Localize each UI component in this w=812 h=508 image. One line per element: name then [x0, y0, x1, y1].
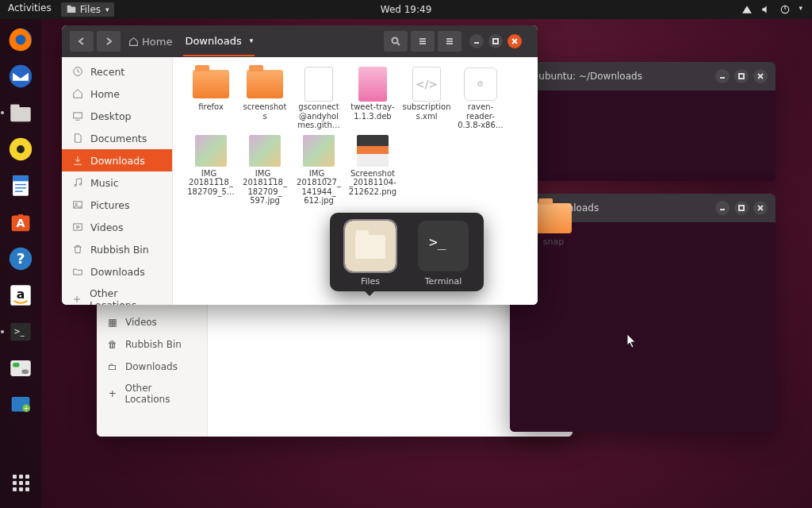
app-menu[interactable]: Files — [61, 2, 114, 17]
terminal-window-2[interactable]: tu: ~/Downloads snap — [510, 194, 776, 432]
selection-arrow-icon — [365, 291, 374, 296]
file-label: snap — [543, 237, 564, 247]
view-list-button[interactable] — [411, 31, 435, 52]
svg-text:>_: >_ — [14, 327, 25, 337]
file-subscriptions[interactable]: </>subscription s.xml — [401, 68, 452, 130]
pathbar[interactable]: Home Downloads▾ — [127, 27, 255, 56]
dock-files[interactable] — [5, 97, 36, 129]
back-button[interactable] — [70, 31, 94, 52]
path-home[interactable]: Home — [127, 28, 174, 56]
file-img-1[interactable]: IMG_ 20181118_ 182709_5… — [186, 135, 236, 206]
sidebar-item-downloads[interactable]: Downloads — [62, 149, 172, 171]
svg-point-54 — [79, 183, 81, 185]
switcher-label: Terminal — [425, 276, 462, 287]
svg-point-53 — [75, 184, 76, 186]
minimize-button[interactable] — [715, 201, 730, 215]
chevron-down-icon: ▾ — [799, 4, 802, 15]
sidebar-item-other-2[interactable]: +Other Locations — [97, 378, 207, 410]
file-gsconnect[interactable]: gsconnect @andyhol mes.gith… — [293, 68, 344, 130]
window-switcher[interactable]: Files Terminal — [330, 213, 484, 291]
sidebar-item-downloads-2[interactable]: 🗀Downloads — [97, 356, 207, 378]
sidebar: Recent Home Desktop Documents Downloads … — [62, 57, 173, 305]
svg-text:?: ? — [17, 250, 25, 267]
switcher-terminal[interactable]: Terminal — [412, 221, 474, 287]
terminal-window-1[interactable]: tu@ubuntu: ~/Downloads — [510, 62, 776, 181]
dock-software[interactable]: A — [5, 206, 36, 238]
maximize-button[interactable] — [734, 69, 749, 83]
svg-rect-12 — [13, 175, 29, 181]
path-current[interactable]: Downloads▾ — [183, 27, 255, 56]
top-bar: Activities Files Wed 19:49 ▾ — [0, 0, 812, 19]
sidebar-item-trash[interactable]: Rubbish Bin — [62, 238, 172, 260]
sidebar-item-videos[interactable]: Videos — [62, 216, 172, 238]
terminal-body-2[interactable]: snap — [510, 222, 776, 432]
close-button[interactable] — [508, 34, 522, 48]
files-icon — [345, 221, 396, 271]
sidebar-item-downloads-bookmark[interactable]: Downloads — [62, 260, 172, 283]
dock-screenshot[interactable]: + — [5, 389, 36, 421]
file-img-3[interactable]: IMG_ 20181027_ 141944_ 612.jpg — [293, 135, 344, 206]
file-tweet-tray[interactable]: tweet-tray- 1.1.3.deb — [347, 68, 398, 130]
file-screenshot-png[interactable]: Screenshot _20181104- 212622.png — [347, 135, 398, 206]
sidebar-item-music[interactable]: Music — [62, 171, 172, 194]
file-firefox[interactable]: firefox — [186, 68, 236, 130]
dock-amazon[interactable]: a — [5, 279, 36, 311]
svg-text:A: A — [17, 217, 25, 229]
terminal-body[interactable] — [510, 90, 776, 181]
close-button[interactable] — [753, 201, 768, 215]
folder-icon — [193, 70, 229, 98]
file-img-2[interactable]: IMG_ 20181118_ 182709_ 597.jpg — [239, 135, 290, 206]
folder-icon — [535, 203, 572, 233]
dock-help[interactable]: ? — [5, 243, 36, 275]
activities-button[interactable]: Activities — [8, 2, 52, 17]
dock-toggle[interactable] — [5, 352, 36, 384]
sidebar-item-documents[interactable]: Documents — [62, 127, 172, 149]
svg-rect-47 — [493, 39, 498, 44]
files-window-2[interactable]: Pictures ▦Videos 🗑Rubbish Bin 🗀Downloads… — [97, 286, 573, 437]
volume-icon — [760, 4, 772, 15]
sidebar-item-home[interactable]: Home — [62, 83, 172, 105]
hamburger-button[interactable] — [438, 31, 462, 52]
svg-rect-57 — [74, 224, 82, 230]
maximize-button[interactable] — [734, 201, 749, 215]
switcher-files[interactable]: Files — [339, 221, 401, 287]
files-titlebar[interactable]: Home Downloads▾ — [62, 25, 538, 57]
svg-marker-58 — [77, 225, 80, 229]
dock-firefox[interactable] — [5, 24, 36, 56]
system-tray[interactable]: ▾ — [741, 4, 812, 15]
maximize-button[interactable] — [488, 34, 503, 48]
dock-writer[interactable] — [5, 170, 36, 202]
show-applications[interactable] — [5, 467, 36, 498]
svg-rect-8 — [10, 104, 19, 109]
svg-point-10 — [17, 145, 25, 153]
dock-rhythmbox[interactable] — [5, 133, 36, 165]
home-icon — [128, 37, 139, 47]
dock-terminal[interactable]: >_ — [5, 316, 36, 348]
sidebar-item-desktop[interactable]: Desktop — [62, 105, 172, 127]
folder-icon — [247, 70, 283, 98]
document-icon — [304, 67, 333, 102]
minimize-button[interactable] — [469, 34, 484, 48]
close-button[interactable] — [753, 69, 768, 83]
terminal-titlebar[interactable]: tu@ubuntu: ~/Downloads — [510, 62, 776, 90]
sidebar-item-pictures[interactable]: Pictures — [62, 194, 172, 216]
image-thumbnail — [249, 135, 281, 167]
file-item-snap[interactable]: snap — [535, 203, 572, 247]
sidebar-item-recent[interactable]: Recent — [62, 60, 172, 83]
file-raven-reader[interactable]: ⚙raven- reader- 0.3.8-x86… — [455, 68, 506, 130]
search-button[interactable] — [384, 31, 408, 52]
svg-rect-35 — [739, 206, 744, 210]
clock[interactable]: Wed 19:49 — [381, 4, 432, 15]
terminal-icon — [418, 221, 469, 271]
file-screenshots[interactable]: screenshot s — [239, 68, 290, 130]
sidebar-item-trash-2[interactable]: 🗑Rubbish Bin — [97, 333, 207, 356]
svg-point-38 — [393, 38, 398, 44]
deb-icon — [358, 67, 387, 102]
svg-point-5 — [16, 35, 26, 45]
minimize-button[interactable] — [715, 69, 730, 83]
svg-rect-25 — [13, 363, 19, 368]
sidebar-item-videos-2[interactable]: ▦Videos — [97, 311, 207, 333]
sidebar-item-other-locations[interactable]: Other Locations — [62, 283, 172, 305]
dock-thunderbird[interactable] — [5, 60, 36, 92]
forward-button[interactable] — [97, 31, 121, 52]
